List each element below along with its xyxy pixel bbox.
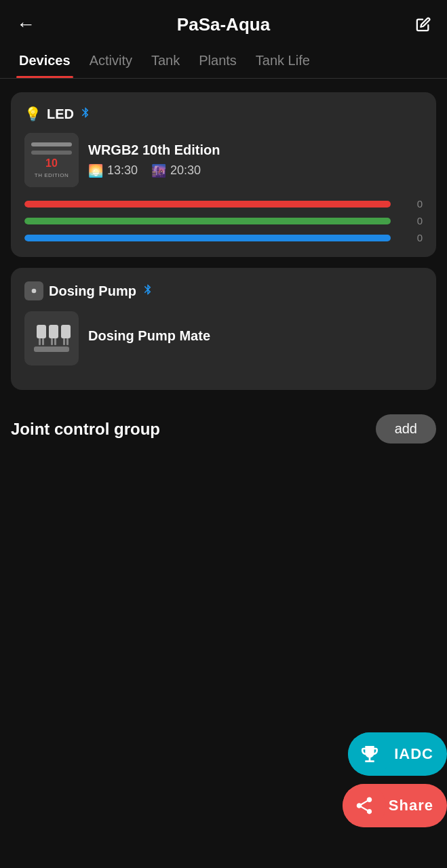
svg-rect-9 [66, 338, 69, 345]
edit-button[interactable] [404, 17, 431, 32]
red-bar-value: 0 [413, 198, 423, 210]
sunrise-time: 🌅 13:30 [88, 163, 138, 178]
floating-buttons: IADC Share [343, 732, 447, 827]
tab-bar: Devices Activity Tank Plants Tank Life [0, 46, 447, 79]
green-bar-track [24, 218, 406, 224]
bulb-icon: 💡 [24, 106, 41, 122]
led-times: 🌅 13:30 🌆 20:30 [88, 163, 423, 178]
dosing-bluetooth-icon [142, 283, 154, 299]
red-bar-row: 0 [24, 198, 423, 210]
svg-rect-3 [42, 338, 44, 345]
green-bar-row: 0 [24, 215, 423, 226]
tab-activity[interactable]: Activity [81, 46, 140, 78]
main-content: 💡 LED 10 TH EDITION [0, 79, 447, 464]
tab-devices[interactable]: Devices [11, 46, 79, 78]
svg-rect-6 [54, 338, 56, 345]
joint-control-label: Joint control group [11, 420, 160, 439]
led-device-name: WRGB2 10th Edition [88, 142, 423, 158]
share-label: Share [386, 797, 447, 814]
svg-rect-4 [49, 325, 58, 338]
share-icon [354, 795, 374, 816]
blue-bar-row: 0 [24, 232, 423, 243]
svg-point-0 [32, 289, 37, 294]
led-device-info: WRGB2 10th Edition 🌅 13:30 🌆 20:30 [88, 142, 423, 178]
page-title: PaSa-Aqua [43, 14, 404, 35]
dosing-card-header: Dosing Pump [24, 281, 423, 300]
led-card: 💡 LED 10 TH EDITION [11, 92, 436, 257]
header: ← PaSa-Aqua [0, 0, 447, 46]
green-bar-fill [24, 218, 391, 224]
share-fab[interactable]: Share [343, 784, 447, 827]
joint-control-group: Joint control group add [11, 408, 436, 450]
dosing-device-row: Dosing Pump Mate [24, 311, 423, 366]
svg-rect-5 [51, 338, 53, 345]
pump-small-icon [24, 281, 43, 300]
trophy-icon [359, 743, 381, 765]
svg-rect-8 [63, 338, 65, 345]
led-thumbnail: 10 TH EDITION [24, 133, 79, 187]
tab-plants[interactable]: Plants [191, 46, 245, 78]
iadc-icon-circle [348, 732, 391, 776]
dosing-pump-card: Dosing Pump [11, 268, 436, 390]
red-bar-track [24, 201, 406, 208]
dosing-pump-label: Dosing Pump [49, 283, 136, 299]
dosing-device-info: Dosing Pump Mate [88, 328, 423, 349]
pencil-icon [416, 17, 431, 32]
red-bar-fill [24, 201, 391, 208]
sunset-icon: 🌆 [151, 163, 166, 178]
sunrise-icon: 🌅 [88, 163, 103, 178]
tab-tank-life[interactable]: Tank Life [248, 46, 318, 78]
blue-bar-track [24, 235, 406, 241]
blue-bar-fill [24, 235, 391, 241]
dosing-device-name: Dosing Pump Mate [88, 328, 423, 344]
sunset-time: 🌆 20:30 [151, 163, 201, 178]
dosing-thumbnail [24, 311, 79, 366]
bluetooth-icon [79, 106, 92, 122]
sunset-value: 20:30 [170, 163, 201, 178]
svg-rect-2 [39, 338, 41, 345]
iadc-label: IADC [391, 745, 447, 763]
dosing-pump-svg [31, 318, 72, 359]
tab-tank[interactable]: Tank [143, 46, 188, 78]
led-label: LED [47, 106, 74, 122]
svg-rect-7 [61, 325, 71, 338]
led-card-header: 💡 LED [24, 106, 423, 122]
led-device-row: 10 TH EDITION WRGB2 10th Edition 🌅 13:30… [24, 133, 423, 187]
green-bar-value: 0 [413, 215, 423, 226]
svg-rect-10 [34, 347, 69, 352]
add-group-button[interactable]: add [376, 414, 436, 443]
back-button[interactable]: ← [16, 14, 43, 35]
svg-rect-1 [37, 325, 46, 338]
share-icon-circle [343, 784, 386, 827]
blue-bar-value: 0 [413, 232, 423, 243]
iadc-fab[interactable]: IADC [348, 732, 447, 776]
sunrise-value: 13:30 [107, 163, 138, 178]
color-bars: 0 0 0 [24, 198, 423, 243]
